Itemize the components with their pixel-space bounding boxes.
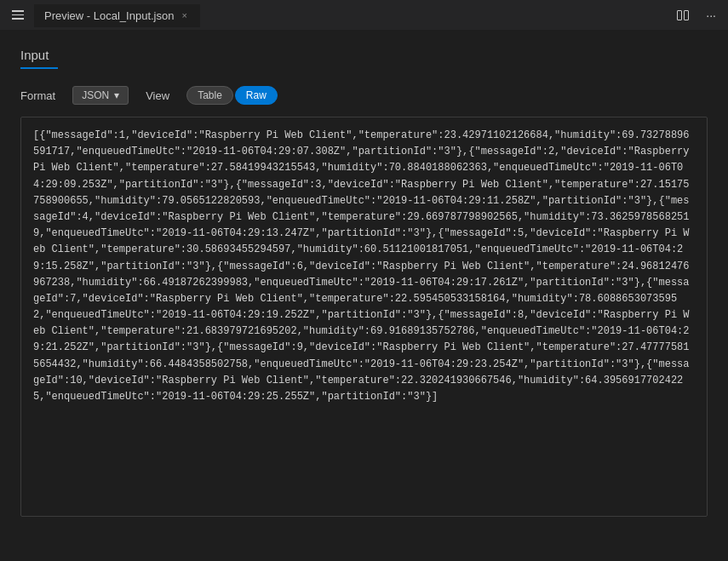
- hamburger-icon[interactable]: [9, 7, 27, 23]
- split-editor-icon: [677, 10, 689, 20]
- format-selector[interactable]: JSON ▾: [72, 86, 129, 105]
- controls-row: Format JSON ▾ View Table Raw: [20, 86, 708, 105]
- format-label: Format: [20, 89, 55, 102]
- title-bar-left: Preview - Local_Input.json ×: [9, 3, 200, 27]
- section-title: Input: [20, 48, 708, 62]
- chevron-down-icon: ▾: [114, 89, 119, 101]
- view-label: View: [146, 89, 169, 102]
- raw-view-button[interactable]: Raw: [235, 86, 278, 105]
- tab-title: Preview - Local_Input.json: [44, 9, 174, 22]
- view-buttons: Table Raw: [186, 86, 278, 105]
- more-actions-button[interactable]: ···: [702, 5, 719, 26]
- format-value: JSON: [82, 89, 109, 101]
- title-bar-right: ···: [674, 5, 719, 26]
- tab-close-icon[interactable]: ×: [179, 9, 189, 21]
- editor-tab[interactable]: Preview - Local_Input.json ×: [34, 3, 200, 27]
- json-display[interactable]: [{"messageId":1,"deviceId":"Raspberry Pi…: [20, 117, 708, 517]
- title-bar: Preview - Local_Input.json × ···: [0, 0, 728, 31]
- more-actions-icon: ···: [706, 9, 716, 22]
- main-content: Input Format JSON ▾ View Table Raw [{"me…: [0, 31, 728, 534]
- split-editor-button[interactable]: [674, 7, 692, 24]
- table-view-button[interactable]: Table: [186, 86, 233, 105]
- section-underline: [20, 67, 58, 69]
